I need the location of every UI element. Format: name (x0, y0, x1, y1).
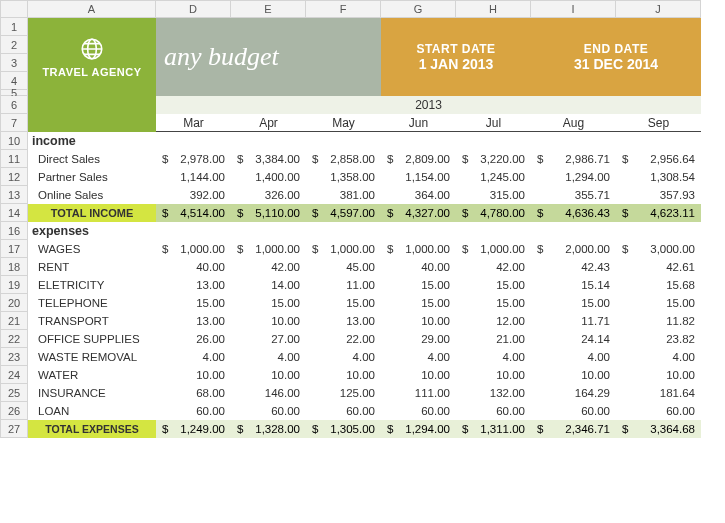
empty-cell[interactable] (456, 132, 531, 150)
data-cell[interactable]: 15.14 (531, 276, 616, 294)
row-header[interactable]: 10 (0, 132, 28, 150)
empty-cell[interactable] (381, 132, 456, 150)
data-cell[interactable]: $1,000.00 (156, 240, 231, 258)
row-label[interactable]: LOAN (28, 402, 156, 420)
row-label[interactable]: RENT (28, 258, 156, 276)
data-cell[interactable]: 40.00 (381, 258, 456, 276)
col-header[interactable]: G (381, 0, 456, 18)
row-label[interactable]: WATER (28, 366, 156, 384)
data-cell[interactable]: $2,978.00 (156, 150, 231, 168)
empty-cell[interactable] (231, 132, 306, 150)
row-label[interactable]: INSURANCE (28, 384, 156, 402)
empty-cell[interactable] (156, 222, 231, 240)
data-cell[interactable]: 26.00 (156, 330, 231, 348)
total-cell[interactable]: $5,110.00 (231, 204, 306, 222)
row-header[interactable]: 16 (0, 222, 28, 240)
month-header[interactable]: Mar (156, 114, 231, 132)
row-header[interactable]: 18 (0, 258, 28, 276)
data-cell[interactable]: 4.00 (531, 348, 616, 366)
data-cell[interactable]: 1,144.00 (156, 168, 231, 186)
total-income-label[interactable]: TOTAL INCOME (28, 204, 156, 222)
data-cell[interactable]: 45.00 (306, 258, 381, 276)
data-cell[interactable]: $2,000.00 (531, 240, 616, 258)
data-cell[interactable]: 4.00 (456, 348, 531, 366)
data-cell[interactable]: 15.68 (616, 276, 701, 294)
empty-cell[interactable] (616, 222, 701, 240)
row-header[interactable]: 23 (0, 348, 28, 366)
data-cell[interactable]: 10.00 (231, 366, 306, 384)
total-cell[interactable]: $3,364.68 (616, 420, 701, 438)
total-cell[interactable]: $2,346.71 (531, 420, 616, 438)
data-cell[interactable]: 1,245.00 (456, 168, 531, 186)
data-cell[interactable]: 42.61 (616, 258, 701, 276)
data-cell[interactable]: $2,986.71 (531, 150, 616, 168)
row-header[interactable]: 22 (0, 330, 28, 348)
data-cell[interactable]: 315.00 (456, 186, 531, 204)
empty-cell[interactable] (231, 222, 306, 240)
total-cell[interactable]: $4,636.43 (531, 204, 616, 222)
data-cell[interactable]: 14.00 (231, 276, 306, 294)
data-cell[interactable]: 60.00 (306, 402, 381, 420)
data-cell[interactable]: 326.00 (231, 186, 306, 204)
data-cell[interactable]: 15.00 (381, 294, 456, 312)
data-cell[interactable]: 4.00 (231, 348, 306, 366)
row-header[interactable]: 2 (0, 36, 28, 54)
data-cell[interactable]: 392.00 (156, 186, 231, 204)
data-cell[interactable]: 10.00 (156, 366, 231, 384)
row-header[interactable]: 21 (0, 312, 28, 330)
data-cell[interactable]: $3,384.00 (231, 150, 306, 168)
row-header[interactable]: 11 (0, 150, 28, 168)
month-header[interactable]: Apr (231, 114, 306, 132)
data-cell[interactable]: 11.82 (616, 312, 701, 330)
empty-cell[interactable] (306, 132, 381, 150)
total-cell[interactable]: $4,514.00 (156, 204, 231, 222)
data-cell[interactable]: $1,000.00 (306, 240, 381, 258)
data-cell[interactable]: 125.00 (306, 384, 381, 402)
month-header[interactable]: Jul (456, 114, 531, 132)
data-cell[interactable]: 22.00 (306, 330, 381, 348)
data-cell[interactable]: 15.00 (306, 294, 381, 312)
data-cell[interactable]: 60.00 (231, 402, 306, 420)
data-cell[interactable]: 10.00 (616, 366, 701, 384)
row-label[interactable]: WASTE REMOVAL (28, 348, 156, 366)
data-cell[interactable]: 60.00 (531, 402, 616, 420)
data-cell[interactable]: 381.00 (306, 186, 381, 204)
row-label[interactable]: Partner Sales (28, 168, 156, 186)
total-cell[interactable]: $1,305.00 (306, 420, 381, 438)
data-cell[interactable]: 68.00 (156, 384, 231, 402)
empty-cell[interactable] (456, 222, 531, 240)
data-cell[interactable]: 11.71 (531, 312, 616, 330)
data-cell[interactable]: 13.00 (156, 312, 231, 330)
data-cell[interactable]: 10.00 (531, 366, 616, 384)
total-cell[interactable]: $4,623.11 (616, 204, 701, 222)
col-header[interactable] (0, 0, 28, 18)
data-cell[interactable]: 10.00 (306, 366, 381, 384)
total-cell[interactable]: $4,597.00 (306, 204, 381, 222)
empty-cell[interactable] (306, 222, 381, 240)
data-cell[interactable]: $1,000.00 (456, 240, 531, 258)
row-header[interactable]: 25 (0, 384, 28, 402)
data-cell[interactable]: 4.00 (156, 348, 231, 366)
data-cell[interactable]: 42.00 (456, 258, 531, 276)
data-cell[interactable]: 13.00 (306, 312, 381, 330)
data-cell[interactable]: 4.00 (616, 348, 701, 366)
row-header[interactable]: 26 (0, 402, 28, 420)
total-cell[interactable]: $1,328.00 (231, 420, 306, 438)
data-cell[interactable]: 357.93 (616, 186, 701, 204)
total-cell[interactable]: $1,311.00 (456, 420, 531, 438)
row-header[interactable]: 17 (0, 240, 28, 258)
month-header[interactable]: May (306, 114, 381, 132)
data-cell[interactable]: 12.00 (456, 312, 531, 330)
data-cell[interactable]: $2,809.00 (381, 150, 456, 168)
data-cell[interactable]: 1,294.00 (531, 168, 616, 186)
data-cell[interactable]: 1,154.00 (381, 168, 456, 186)
empty-cell[interactable] (616, 132, 701, 150)
data-cell[interactable]: $3,220.00 (456, 150, 531, 168)
data-cell[interactable]: 13.00 (156, 276, 231, 294)
row-label[interactable]: WAGES (28, 240, 156, 258)
data-cell[interactable]: 11.00 (306, 276, 381, 294)
month-header[interactable]: Sep (616, 114, 701, 132)
data-cell[interactable]: 364.00 (381, 186, 456, 204)
data-cell[interactable]: 60.00 (156, 402, 231, 420)
row-header[interactable]: 19 (0, 276, 28, 294)
